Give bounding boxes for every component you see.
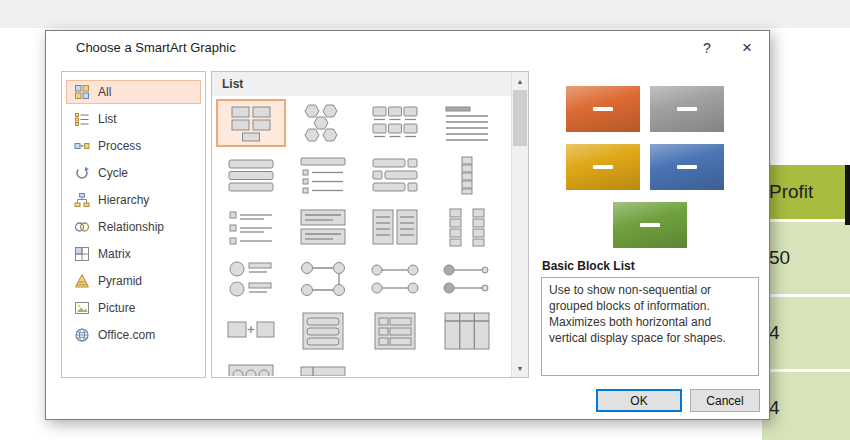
help-icon: ? bbox=[703, 40, 711, 56]
smartart-thumbnail-segmented-bars[interactable] bbox=[288, 359, 358, 376]
sidebar-item-label: Matrix bbox=[98, 247, 131, 261]
sidebar-item-label: List bbox=[98, 112, 117, 126]
smartart-thumbnail-hexagon-cluster[interactable] bbox=[288, 99, 358, 147]
matrix-category-icon bbox=[74, 246, 91, 262]
sidebar-item-label: Office.com bbox=[98, 328, 155, 342]
preview-shape bbox=[613, 202, 687, 248]
sheet-header-cell[interactable]: Profit bbox=[762, 165, 850, 222]
sidebar-item-cycle[interactable]: Cycle bbox=[66, 161, 201, 185]
category-list: AllListProcessCycleHierarchyRelationship… bbox=[61, 71, 206, 378]
gallery-scrollbar[interactable]: ▲ ▼ bbox=[511, 72, 528, 377]
desktop-top-strip bbox=[0, 0, 850, 28]
sidebar-item-label: Picture bbox=[98, 301, 135, 315]
pyramid-category-icon bbox=[74, 273, 91, 289]
sheet-cell[interactable]: 4 bbox=[762, 297, 850, 372]
shape-text-dash bbox=[677, 107, 697, 111]
shape-text-dash bbox=[640, 223, 660, 227]
smartart-gallery bbox=[215, 98, 509, 376]
smartart-thumbnail-bullet-lines[interactable] bbox=[216, 203, 286, 251]
gallery-panel: List ▲ ▼ bbox=[211, 71, 529, 378]
sheet-column: Profit 5044 bbox=[762, 165, 850, 440]
smartart-thumbnail-vertical-segments[interactable] bbox=[432, 151, 502, 199]
office-com-category-icon bbox=[74, 327, 91, 343]
preview-shape bbox=[566, 144, 640, 190]
smartart-thumbnail-node-link-row[interactable] bbox=[360, 255, 430, 303]
picture-category-icon bbox=[74, 300, 91, 316]
sidebar-item-process[interactable]: Process bbox=[66, 134, 201, 158]
scroll-up-icon[interactable]: ▲ bbox=[512, 73, 528, 89]
smartart-thumbnail-header-bullet-list[interactable] bbox=[288, 151, 358, 199]
smartart-thumbnail-ruled-lines[interactable] bbox=[432, 99, 502, 147]
shape-text-dash bbox=[593, 107, 613, 111]
smartart-thumbnail-paired-columns[interactable] bbox=[432, 203, 502, 251]
smartart-dialog: Choose a SmartArt Graphic ? × AllListPro… bbox=[45, 30, 770, 420]
process-category-icon bbox=[74, 138, 91, 154]
preview-shape bbox=[650, 144, 724, 190]
sheet-cell[interactable]: 50 bbox=[762, 222, 850, 297]
smartart-thumbnail-basic-block-list[interactable] bbox=[216, 99, 286, 147]
sidebar-item-picture[interactable]: Picture bbox=[66, 296, 201, 320]
sidebar-item-label: Cycle bbox=[98, 166, 128, 180]
sidebar-item-label: Pyramid bbox=[98, 274, 142, 288]
sidebar-item-pyramid[interactable]: Pyramid bbox=[66, 269, 201, 293]
relationship-category-icon bbox=[74, 219, 91, 235]
ok-button[interactable]: OK bbox=[596, 389, 682, 412]
sidebar-item-all[interactable]: All bbox=[66, 80, 201, 104]
shape-text-dash bbox=[593, 165, 613, 169]
cancel-button[interactable]: Cancel bbox=[690, 389, 760, 412]
smartart-thumbnail-dial-shapes[interactable] bbox=[216, 359, 286, 376]
sidebar-item-label: Relationship bbox=[98, 220, 164, 234]
list-category-icon bbox=[74, 111, 91, 127]
smartart-thumbnail-framed-list[interactable] bbox=[288, 307, 358, 355]
gallery-header: List bbox=[212, 72, 512, 96]
dialog-titlebar[interactable]: Choose a SmartArt Graphic ? × bbox=[46, 31, 769, 65]
smartart-thumbnail-staggered-bars[interactable] bbox=[360, 151, 430, 199]
sidebar-item-label: Hierarchy bbox=[98, 193, 149, 207]
preview-graphic bbox=[541, 71, 759, 253]
smartart-thumbnail-framed-accent-list[interactable] bbox=[360, 307, 430, 355]
preview-title: Basic Block List bbox=[542, 259, 635, 273]
preview-shape bbox=[650, 86, 724, 132]
sidebar-item-office-com[interactable]: Office.com bbox=[66, 323, 201, 347]
preview-description: Use to show non-sequential or grouped bl… bbox=[541, 277, 759, 376]
sidebar-item-label: Process bbox=[98, 139, 141, 153]
shape-text-dash bbox=[677, 165, 697, 169]
close-icon: × bbox=[742, 38, 752, 58]
sidebar-item-hierarchy[interactable]: Hierarchy bbox=[66, 188, 201, 212]
smartart-thumbnail-caption-grid[interactable] bbox=[360, 99, 430, 147]
scroll-down-icon[interactable]: ▼ bbox=[512, 360, 528, 376]
cycle-category-icon bbox=[74, 165, 91, 181]
all-categories-icon bbox=[74, 84, 91, 100]
smartart-thumbnail-stacked-bars[interactable] bbox=[216, 151, 286, 199]
smartart-thumbnail-grouped-columns[interactable] bbox=[360, 203, 430, 251]
smartart-thumbnail-three-column-table[interactable] bbox=[432, 307, 502, 355]
smartart-thumbnail-node-link-row-alt[interactable] bbox=[432, 255, 502, 303]
help-button[interactable]: ? bbox=[691, 34, 723, 62]
smartart-thumbnail-connected-loop[interactable] bbox=[288, 255, 358, 303]
sidebar-item-label: All bbox=[98, 85, 111, 99]
preview-panel: Basic Block List Use to show non-sequent… bbox=[541, 71, 759, 378]
hierarchy-category-icon bbox=[74, 192, 91, 208]
close-button[interactable]: × bbox=[731, 34, 763, 62]
smartart-thumbnail-picture-pairs[interactable] bbox=[216, 255, 286, 303]
dialog-title: Choose a SmartArt Graphic bbox=[76, 31, 236, 65]
smartart-thumbnail-text-boxes[interactable] bbox=[288, 203, 358, 251]
scrollbar-thumb[interactable] bbox=[513, 90, 527, 146]
sidebar-item-list[interactable]: List bbox=[66, 107, 201, 131]
sheet-cell[interactable]: 4 bbox=[762, 372, 850, 440]
preview-shape bbox=[566, 86, 640, 132]
sidebar-item-relationship[interactable]: Relationship bbox=[66, 215, 201, 239]
sidebar-item-matrix[interactable]: Matrix bbox=[66, 242, 201, 266]
smartart-thumbnail-plus-boxes[interactable] bbox=[216, 307, 286, 355]
sheet-selection-border bbox=[845, 165, 850, 225]
